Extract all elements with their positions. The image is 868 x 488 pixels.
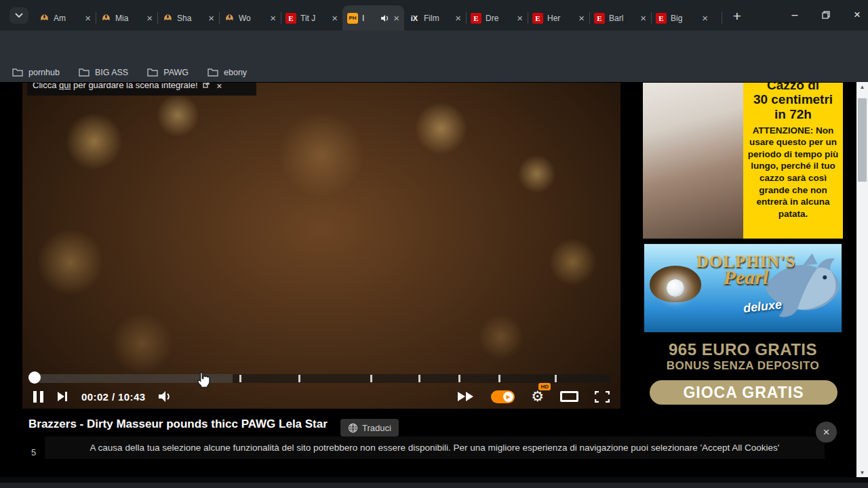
pause-button[interactable]	[33, 391, 43, 403]
video-title: Brazzers - Dirty Masseur pounds thicc PA…	[28, 418, 328, 431]
seek-tick	[458, 375, 460, 382]
promo-text: Clicca qui per guardare la scena integra…	[33, 83, 210, 90]
tab-mia[interactable]: Mia ×	[96, 5, 157, 30]
tab-close-icon[interactable]: ×	[85, 13, 91, 23]
tab-close-icon[interactable]: ×	[640, 13, 646, 23]
tab-audio-icon[interactable]	[380, 14, 389, 22]
tab-search-button[interactable]	[9, 7, 28, 24]
translate-button[interactable]: Traduci	[340, 419, 399, 436]
hd-badge: HD	[538, 383, 551, 390]
volume-button[interactable]	[158, 390, 173, 403]
tab-close-icon[interactable]: ×	[332, 13, 338, 23]
e-favicon: E	[285, 13, 296, 24]
casino-offer-line2: BONUS SENZA DEPOSITO	[643, 359, 843, 373]
window-close-button[interactable]: ×	[842, 0, 868, 29]
bookmark-folder-pornhub[interactable]: pornhub	[12, 68, 60, 77]
scroll-down-icon[interactable]: ▼	[856, 468, 868, 477]
gear-icon: ⚙	[531, 388, 544, 404]
tab-close-icon[interactable]: ×	[146, 13, 153, 23]
settings-button[interactable]: ⚙ HD	[531, 389, 544, 404]
tab-big[interactable]: E Big ×	[651, 5, 713, 30]
tab-label: Wo	[239, 14, 266, 23]
scroll-up-icon[interactable]: ▲	[856, 82, 868, 92]
browser-toolbar: ← → ↻ it.pornhub.com/view_video.php?view…	[0, 30, 868, 62]
ad-text-panel: Cazzo di 30 centimetri in 72h ATTENZIONE…	[743, 83, 843, 239]
sidebar-ad-enlargement[interactable]: Cazzo di 30 centimetri in 72h ATTENZIONE…	[643, 83, 843, 239]
globe-icon	[348, 423, 358, 433]
seek-buffered	[39, 374, 233, 383]
tab-her[interactable]: E Her ×	[528, 5, 589, 30]
time-display: 00:02 / 10:43	[81, 391, 145, 403]
tab-label: I	[362, 14, 376, 23]
tab-close-icon[interactable]: ×	[578, 13, 585, 23]
tab-close-icon[interactable]: ×	[702, 13, 708, 23]
window-bottom-frame	[0, 483, 868, 488]
tab-label: Barl	[609, 14, 636, 23]
ix-favicon: iX	[409, 13, 420, 24]
page-content: Clicca qui per guardare la scena integra…	[0, 82, 868, 477]
seek-tick	[370, 375, 372, 382]
seek-tick	[555, 375, 557, 382]
tab-film[interactable]: iX Film ×	[404, 5, 466, 30]
casino-brand: DOLPHIN'S Pearl	[692, 252, 800, 289]
window-minimize-button[interactable]: –	[779, 0, 810, 29]
sidebar-ad-casino[interactable]: DOLPHIN'S Pearl deluxe	[643, 243, 843, 333]
ad-headline: Cazzo di 30 centimetri in 72h	[747, 83, 840, 121]
window-bottom-edge	[0, 477, 868, 483]
tab-active-pornhub[interactable]: PH I ×	[342, 5, 404, 30]
seek-tick	[418, 375, 420, 382]
cookie-banner-text: A causa della tua selezione alcune funzi…	[90, 443, 780, 453]
external-link-icon	[203, 83, 210, 88]
tab-am[interactable]: Am ×	[34, 5, 96, 30]
tab-close-icon[interactable]: ×	[270, 13, 276, 23]
seek-tick	[298, 375, 300, 382]
tab-sha[interactable]: Sha ×	[157, 5, 219, 30]
theater-mode-button[interactable]	[560, 391, 578, 402]
tab-barl[interactable]: E Barl ×	[589, 5, 651, 30]
horns-favicon	[162, 13, 173, 24]
scrollbar-thumb[interactable]	[858, 98, 867, 182]
video-player[interactable]: Clicca qui per guardare la scena integra…	[22, 83, 620, 409]
casino-offer-line1: 965 EURO GRATIS	[643, 340, 843, 359]
player-controls-right: ▶ ⚙ HD	[457, 389, 610, 404]
tabs-container: Am × Mia × Sha × Wo × E Tit J ×	[34, 5, 713, 30]
new-tab-button[interactable]: +	[727, 7, 747, 26]
seek-bar[interactable]	[39, 374, 610, 383]
folder-icon	[147, 68, 158, 77]
bookmark-label: PAWG	[163, 68, 189, 77]
promo-banner[interactable]: Clicca qui per guardare la scena integra…	[27, 83, 256, 96]
promo-close-icon[interactable]: ×	[216, 83, 222, 92]
bookmarks-bar: pornhub BIG ASS PAWG ebony	[0, 62, 868, 82]
tab-close-icon[interactable]: ×	[393, 13, 399, 23]
e-favicon: E	[471, 13, 481, 24]
tab-close-icon[interactable]: ×	[455, 13, 461, 23]
bookmark-folder-pawg[interactable]: PAWG	[147, 68, 189, 77]
seek-scrubber[interactable]	[28, 371, 41, 384]
tab-close-icon[interactable]: ×	[208, 13, 214, 23]
tab-label: Big	[671, 14, 698, 23]
bookmark-folder-ebony[interactable]: ebony	[208, 68, 247, 77]
e-favicon: E	[532, 13, 543, 24]
fullscreen-button[interactable]	[595, 391, 610, 403]
window-restore-button[interactable]	[810, 0, 842, 29]
ph-favicon: PH	[347, 13, 358, 24]
promo-link[interactable]: qui	[59, 83, 71, 90]
fast-forward-button[interactable]	[457, 391, 475, 402]
bookmark-folder-big-ass[interactable]: BIG ASS	[79, 68, 128, 77]
tab-titj[interactable]: E Tit J ×	[281, 5, 342, 30]
views-count-partial: 5	[31, 447, 36, 458]
ad-photo-placeholder	[643, 83, 743, 239]
browser-window: Am × Mia × Sha × Wo × E Tit J ×	[0, 0, 868, 488]
tab-wo[interactable]: Wo ×	[219, 5, 281, 30]
cookie-close-button[interactable]: ×	[816, 422, 837, 443]
tab-close-icon[interactable]: ×	[517, 13, 523, 23]
player-controls: 00:02 / 10:43 ▶ ⚙ HD	[22, 385, 620, 408]
play-free-button[interactable]: GIOCA GRATIS	[650, 380, 837, 405]
tab-dre[interactable]: E Dre ×	[466, 5, 528, 30]
cookie-banner: A causa della tua selezione alcune funzi…	[45, 436, 825, 459]
ad-body-text: ATTENZIONE: Non usare questo per un peri…	[747, 125, 840, 220]
tab-label: Her	[547, 14, 574, 23]
autoplay-toggle[interactable]: ▶	[491, 390, 515, 403]
page-scrollbar[interactable]: ▲ ▼	[856, 82, 868, 477]
next-video-button[interactable]	[56, 390, 68, 403]
